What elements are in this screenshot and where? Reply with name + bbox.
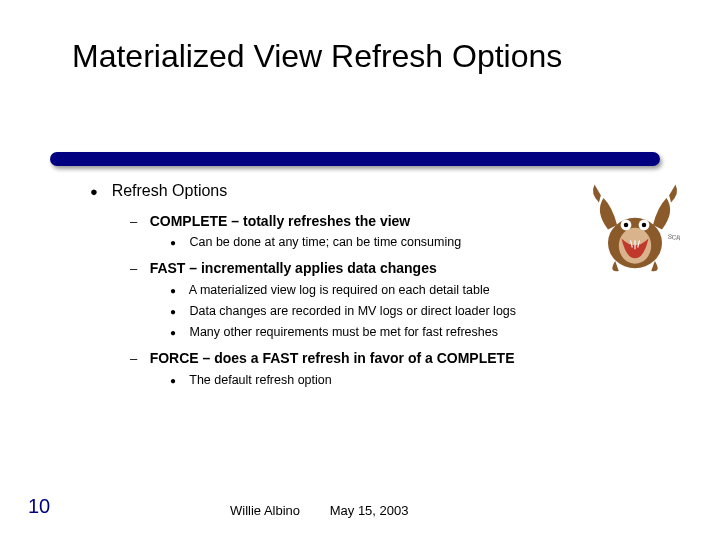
dot-bullet-icon: ● (170, 284, 186, 298)
point-text: A materialized view log is required on e… (189, 283, 490, 297)
dash-bullet-icon: – (130, 260, 146, 278)
svg-text:SCREECH: SCREECH (667, 233, 680, 244)
point-text: Many other requirements must be met for … (189, 325, 497, 339)
bullet-level3: ● A materialized view log is required on… (170, 282, 580, 299)
content-body: ● Refresh Options – COMPLETE – totally r… (90, 180, 580, 389)
dash-bullet-icon: – (130, 350, 146, 368)
option-label: FORCE – does a FAST refresh in favor of … (150, 350, 515, 366)
footer: Willie Albino May 15, 2003 (230, 503, 409, 518)
bullet-level3: ● The default refresh option (170, 372, 580, 389)
bullet-level3: ● Many other requirements must be met fo… (170, 324, 580, 341)
footer-date: May 15, 2003 (330, 503, 409, 518)
bullet-level3: ● Data changes are recorded in MV logs o… (170, 303, 580, 320)
dot-bullet-icon: ● (170, 326, 186, 340)
svg-point-5 (642, 223, 647, 228)
point-text: Data changes are recorded in MV logs or … (189, 304, 516, 318)
bullet-level2: – FAST – incrementally applies data chan… (130, 259, 580, 278)
disc-bullet-icon: ● (90, 183, 108, 201)
svg-point-3 (624, 223, 629, 228)
bullet-level3: ● Can be done at any time; can be time c… (170, 234, 580, 251)
dot-bullet-icon: ● (170, 305, 186, 319)
slide: Materialized View Refresh Options ● Refr… (0, 0, 720, 540)
cartoon-character-icon: SCREECH (590, 175, 680, 275)
slide-title: Materialized View Refresh Options (72, 38, 562, 75)
bullet-level2: – COMPLETE – totally refreshes the view (130, 212, 580, 231)
option-label: FAST – incrementally applies data change… (150, 260, 437, 276)
title-underline (50, 152, 660, 166)
bullet-level1: ● Refresh Options (90, 180, 580, 202)
dot-bullet-icon: ● (170, 236, 186, 250)
heading-text: Refresh Options (112, 182, 228, 199)
point-text: Can be done at any time; can be time con… (189, 235, 461, 249)
footer-author: Willie Albino (230, 503, 300, 518)
bullet-level2: – FORCE – does a FAST refresh in favor o… (130, 349, 580, 368)
slide-number: 10 (28, 495, 50, 518)
dash-bullet-icon: – (130, 213, 146, 231)
point-text: The default refresh option (189, 373, 331, 387)
option-label: COMPLETE – totally refreshes the view (150, 213, 411, 229)
dot-bullet-icon: ● (170, 374, 186, 388)
